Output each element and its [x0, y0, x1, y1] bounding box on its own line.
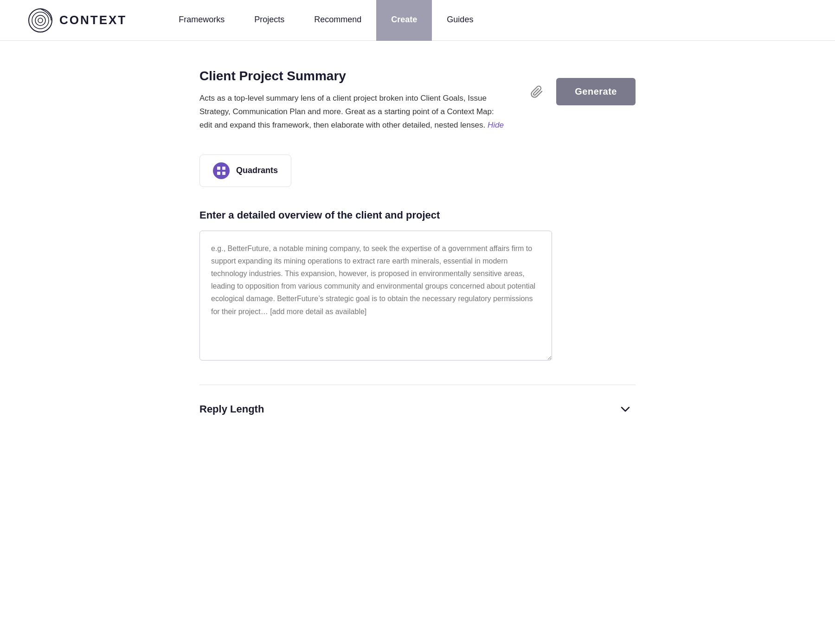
reply-length-section: Reply Length — [199, 385, 636, 419]
nav-item-projects[interactable]: Projects — [239, 0, 299, 41]
paperclip-icon — [530, 85, 543, 98]
svg-point-3 — [38, 18, 43, 23]
overview-section: Enter a detailed overview of the client … — [199, 209, 636, 362]
description-text: Acts as a top-level summary lens of a cl… — [199, 94, 494, 129]
attach-button[interactable] — [527, 82, 547, 102]
nav-item-create[interactable]: Create — [376, 0, 432, 41]
overview-textarea[interactable] — [199, 231, 552, 361]
quadrants-icon — [213, 162, 230, 179]
logo-icon — [28, 8, 53, 33]
page-description: Acts as a top-level summary lens of a cl… — [199, 92, 508, 132]
hide-link[interactable]: Hide — [488, 121, 504, 129]
svg-rect-7 — [222, 172, 225, 175]
svg-point-1 — [32, 12, 49, 29]
action-area: Generate — [527, 78, 636, 105]
reply-length-toggle[interactable] — [615, 399, 636, 419]
navbar: CONTEXT Frameworks Projects Recommend Cr… — [0, 0, 835, 41]
chevron-down-icon — [619, 403, 632, 416]
nav-item-recommend[interactable]: Recommend — [299, 0, 376, 41]
page-title: Client Project Summary — [199, 69, 508, 84]
svg-rect-5 — [222, 167, 225, 170]
quadrants-label: Quadrants — [236, 166, 278, 175]
logo-area[interactable]: CONTEXT — [28, 8, 127, 33]
nav-item-guides[interactable]: Guides — [432, 0, 488, 41]
overview-title: Enter a detailed overview of the client … — [199, 209, 636, 221]
quadrants-grid-icon — [216, 166, 226, 176]
title-section: Client Project Summary Acts as a top-lev… — [199, 69, 636, 132]
svg-rect-6 — [217, 172, 220, 175]
reply-length-label: Reply Length — [199, 403, 264, 415]
svg-rect-4 — [217, 167, 220, 170]
title-text-area: Client Project Summary Acts as a top-lev… — [199, 69, 508, 132]
nav-item-frameworks[interactable]: Frameworks — [164, 0, 239, 41]
nav-links: Frameworks Projects Recommend Create Gui… — [164, 0, 488, 40]
main-content: Client Project Summary Acts as a top-lev… — [162, 41, 673, 447]
brand-name: CONTEXT — [59, 13, 127, 27]
generate-button[interactable]: Generate — [556, 78, 636, 105]
svg-point-2 — [35, 15, 45, 26]
quadrants-section: Quadrants — [199, 155, 636, 187]
quadrants-card[interactable]: Quadrants — [199, 155, 291, 187]
